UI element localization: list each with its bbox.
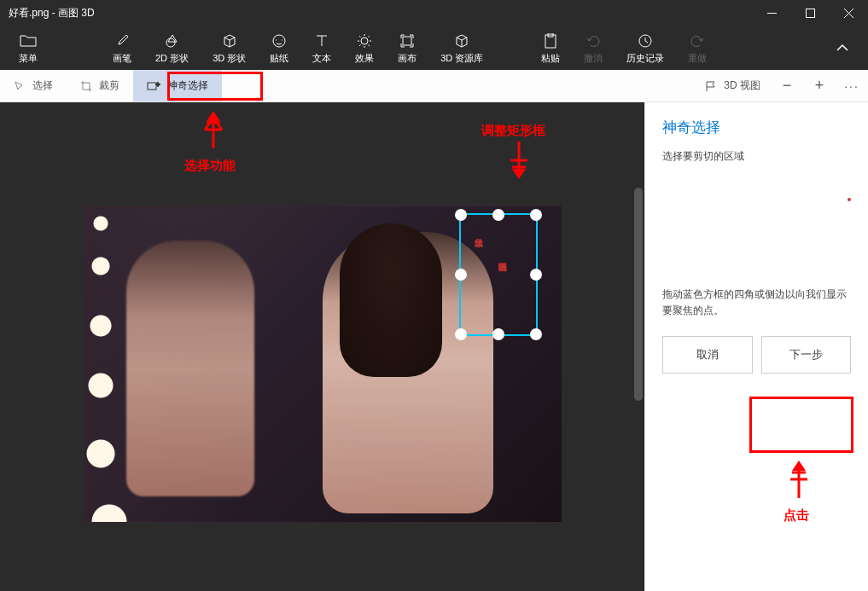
canvas-area[interactable]: 我是水印 请去除我吧 [0,102,644,591]
library-button[interactable]: 3D 资源库 [428,26,495,70]
svg-point-6 [361,38,368,44]
magic-select-tool[interactable]: 神奇选择 [133,70,222,101]
red-dot-indicator [848,198,851,201]
handle-mid-left[interactable] [455,269,467,281]
scrollbar-thumb[interactable] [634,188,643,401]
titlebar: 好看.png - 画图 3D [0,0,868,26]
library-label: 3D 资源库 [440,52,483,65]
flag-icon [705,80,717,92]
brush-button[interactable]: 画笔 [101,26,143,70]
canvas-image[interactable]: 我是水印 请去除我吧 [84,206,562,522]
history-button[interactable]: 历史记录 [615,26,676,70]
handle-bottom-left[interactable] [455,328,467,340]
text-label: 文本 [312,52,331,65]
sticker-label: 贴纸 [270,52,288,65]
redo-button[interactable]: 重做 [676,26,719,70]
shape3d-label: 3D 形状 [213,52,246,65]
handle-top-right[interactable] [530,209,542,221]
collapse-chevron[interactable] [824,40,861,55]
view3d-toggle[interactable]: 3D 视图 [695,78,771,93]
photo-figure-reflection [126,240,254,496]
svg-rect-7 [403,37,411,45]
svg-rect-1 [807,9,815,17]
text-icon [314,32,329,50]
sub-toolbar: 选择 裁剪 神奇选择 3D 视图 − + ··· [0,70,868,102]
paste-button[interactable]: 粘贴 [529,26,572,70]
menu-label: 菜单 [19,52,38,65]
svg-rect-11 [148,83,156,90]
library-icon [454,32,469,50]
ribbon: 菜单 画笔 2D 形状 3D 形状 贴纸 文本 效果 画布 3D 资源库 粘贴 … [0,26,868,70]
next-button[interactable]: 下一步 [761,336,852,374]
cancel-button[interactable]: 取消 [662,336,753,374]
menu-button[interactable]: 菜单 [7,26,50,70]
select-tool[interactable]: 选择 [0,70,67,101]
shape2d-label: 2D 形状 [155,52,189,65]
svg-point-5 [273,35,285,47]
magic-selection-box[interactable]: 我是水印 请去除我吧 [459,213,538,336]
crop-icon [80,80,92,92]
undo-button[interactable]: 撤消 [572,26,615,70]
minimize-button[interactable] [753,0,791,26]
magic-icon [147,80,160,92]
history-icon [638,32,653,50]
crop-tool[interactable]: 裁剪 [67,70,133,101]
effect-button[interactable]: 效果 [343,26,386,70]
sticker-button[interactable]: 贴纸 [258,26,300,70]
paste-label: 粘贴 [541,52,560,65]
canvas-label: 画布 [398,52,417,65]
main-area: 我是水印 请去除我吧 神奇选择 选择要剪切的区域 拖动蓝色方框的四角或侧边以向我… [0,102,868,591]
undo-icon [585,32,601,50]
history-label: 历史记录 [626,52,664,65]
window-title: 好看.png - 画图 3D [9,6,95,20]
brush-label: 画笔 [113,52,131,65]
sticker-icon [271,32,287,50]
handle-mid-bottom[interactable] [492,328,504,340]
crop-label: 裁剪 [99,78,119,93]
undo-label: 撤消 [584,52,603,65]
side-panel: 神奇选择 选择要剪切的区域 拖动蓝色方框的四角或侧边以向我们显示要聚焦的点。 取… [644,102,868,591]
handle-top-left[interactable] [455,209,467,221]
brush-icon [114,32,130,50]
shape3d-button[interactable]: 3D 形状 [201,26,258,70]
close-button[interactable] [830,0,868,26]
redo-label: 重做 [688,52,707,65]
magic-label: 神奇选择 [167,78,208,93]
canvas-button[interactable]: 画布 [386,26,428,70]
text-button[interactable]: 文本 [300,26,343,70]
canvas-icon [399,32,415,50]
shape3d-icon [222,32,237,50]
panel-hint: 拖动蓝色方框的四角或侧边以向我们显示要聚焦的点。 [662,287,851,319]
more-button[interactable]: ··· [836,70,868,101]
redo-icon [690,32,705,50]
panel-subtitle: 选择要剪切的区域 [662,149,851,164]
effect-label: 效果 [355,52,374,65]
view3d-label: 3D 视图 [724,78,760,93]
vertical-scrollbar[interactable] [632,102,644,591]
photo-hair [340,223,442,377]
shape2d-button[interactable]: 2D 形状 [143,26,201,70]
handle-mid-top[interactable] [492,209,504,221]
handle-mid-right[interactable] [530,269,542,281]
folder-icon [20,32,37,50]
handle-bottom-right[interactable] [530,328,542,340]
shape2d-icon [165,32,180,50]
cursor-icon [14,80,26,92]
panel-title: 神奇选择 [662,118,851,137]
zoom-out-button[interactable]: − [771,70,803,101]
zoom-in-button[interactable]: + [803,70,836,101]
effect-icon [357,32,372,50]
svg-point-4 [166,38,175,47]
select-label: 选择 [32,78,53,93]
paste-icon [544,32,557,50]
maximize-button[interactable] [791,0,830,26]
